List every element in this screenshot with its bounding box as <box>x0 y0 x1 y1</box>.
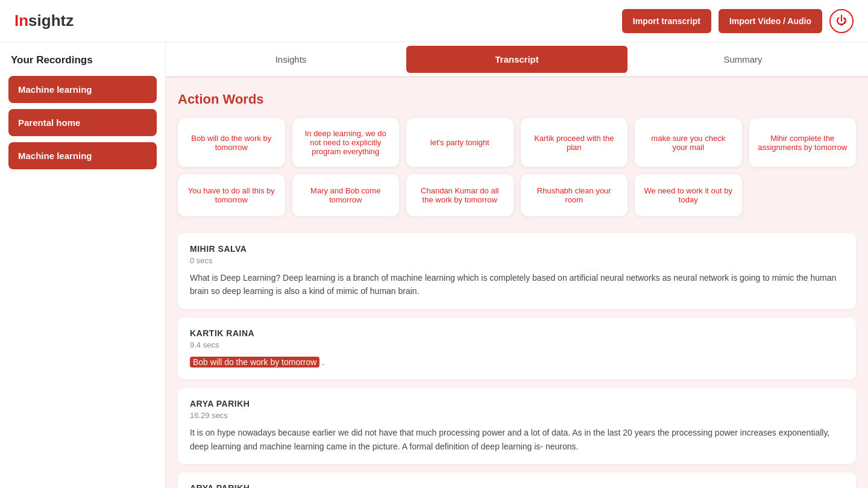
tab-summary[interactable]: Summary <box>632 46 854 73</box>
logo-prefix: In <box>14 11 28 30</box>
tab-insights[interactable]: Insights <box>180 46 401 73</box>
timestamp-1: 9.4 secs <box>190 340 844 349</box>
logo: Insightz <box>14 11 74 30</box>
transcript-text-1: Bob will do the work by tomorrow . <box>190 355 844 369</box>
action-word-9[interactable]: Rhushabh clean your room <box>521 174 628 216</box>
tab-transcript[interactable]: Transcript <box>406 46 627 73</box>
action-word-7[interactable]: Mary and Bob come tomorrow <box>292 174 400 216</box>
sidebar-title: Your Recordings <box>8 54 157 66</box>
action-word-3[interactable]: Kartik proceed with the plan <box>521 118 628 167</box>
main-content: Insights Transcript Summary Action Words… <box>166 42 868 488</box>
sidebar-item-ml1[interactable]: Machine learning <box>8 76 157 103</box>
action-word-6[interactable]: You have to do all this by tomorrow <box>178 174 285 216</box>
speaker-name-3: ARYA PARIKH <box>190 483 844 488</box>
transcript-entry-1: KARTIK RAINA 9.4 secs Bob will do the wo… <box>178 318 856 380</box>
transcript-entry-2: ARYA PARIKH 16.29 secs It is on hype now… <box>178 388 856 464</box>
action-words-title: Action Words <box>178 92 856 107</box>
app-body: Your Recordings Machine learning Parenta… <box>0 42 868 488</box>
power-button[interactable]: ⏻ <box>829 9 854 33</box>
power-icon: ⏻ <box>836 14 847 27</box>
transcript-text-after: . <box>322 357 324 367</box>
sidebar-item-ml2[interactable]: Machine learning <box>8 142 157 169</box>
speaker-name-1: KARTIK RAINA <box>190 328 844 338</box>
action-word-2[interactable]: let's party tonight <box>406 118 514 167</box>
content-area: Action Words Bob will do the work by tom… <box>166 77 868 488</box>
logo-suffix: sightz <box>28 11 74 30</box>
transcript-entry-3: ARYA PARIKH <box>178 472 856 488</box>
transcript-entry-0: MIHIR SALVA 0 secs What is Deep Learning… <box>178 233 856 309</box>
action-word-0[interactable]: Bob will do the work by tomorrow <box>178 118 285 167</box>
action-word-1[interactable]: In deep learning, we do not need to expl… <box>292 118 400 167</box>
timestamp-0: 0 secs <box>190 256 844 265</box>
sidebar-item-ph[interactable]: Parental home <box>8 109 157 136</box>
timestamp-2: 16.29 secs <box>190 411 844 420</box>
import-video-button[interactable]: Import Video / Audio <box>719 9 822 33</box>
header: Insightz Import transcript Import Video … <box>0 0 868 42</box>
highlight-text: Bob will do the work by tomorrow <box>190 357 319 368</box>
transcript-text-0: What is Deep Learning? Deep learning is … <box>190 271 844 298</box>
action-words-grid: Bob will do the work by tomorrow In deep… <box>178 118 856 216</box>
action-word-4[interactable]: make sure you check your mail <box>635 118 742 167</box>
transcript-text-2: It is on hype nowadays because earlier w… <box>190 426 844 453</box>
action-word-5[interactable]: Mihir complete the assignments by tomorr… <box>749 118 857 167</box>
tabs: Insights Transcript Summary <box>166 42 868 77</box>
import-transcript-button[interactable]: Import transcript <box>622 9 711 33</box>
action-word-10[interactable]: We need to work it out by today <box>635 174 742 216</box>
action-word-8[interactable]: Chandan Kumar do all the work by tomorro… <box>406 174 514 216</box>
sidebar: Your Recordings Machine learning Parenta… <box>0 42 166 488</box>
speaker-name-2: ARYA PARIKH <box>190 399 844 408</box>
header-buttons: Import transcript Import Video / Audio ⏻ <box>622 9 854 33</box>
speaker-name-0: MIHIR SALVA <box>190 244 844 254</box>
